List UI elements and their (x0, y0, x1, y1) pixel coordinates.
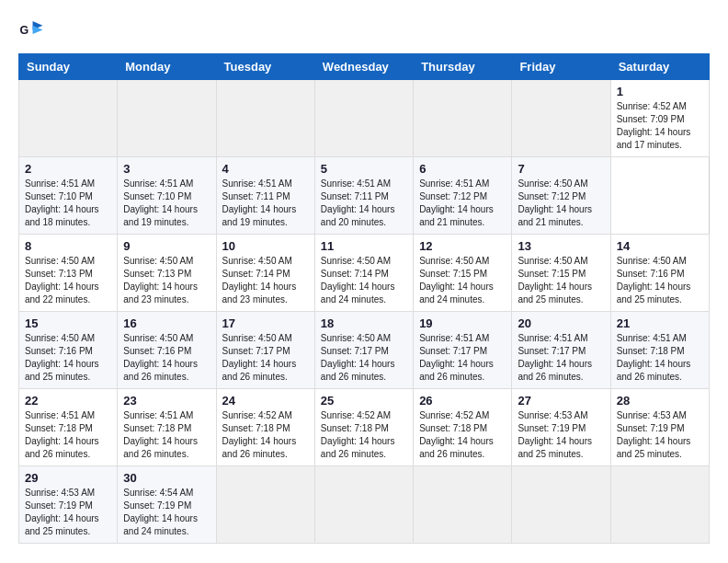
day-number: 3 (123, 162, 210, 176)
day-number: 19 (419, 316, 506, 330)
day-of-week-header: Sunday (19, 54, 118, 80)
day-number: 1 (617, 85, 703, 98)
sunset-label: Sunset: 7:16 PM (25, 346, 93, 356)
sunset-label: Sunset: 7:15 PM (419, 269, 487, 279)
daylight-label: Daylight: 14 hours and 26 minutes. (321, 436, 395, 459)
day-number: 15 (25, 316, 111, 330)
day-number: 16 (123, 316, 210, 330)
daylight-label: Daylight: 14 hours and 26 minutes. (123, 436, 198, 459)
cell-info: Sunrise: 4:50 AM Sunset: 7:12 PM Dayligh… (518, 178, 604, 229)
calendar-cell (610, 466, 709, 544)
sunrise-label: Sunrise: 4:53 AM (617, 410, 687, 420)
day-of-week-header: Tuesday (216, 54, 314, 80)
day-number: 23 (123, 394, 210, 408)
daylight-label: Daylight: 14 hours and 26 minutes. (419, 436, 494, 459)
cell-info: Sunrise: 4:51 AM Sunset: 7:11 PM Dayligh… (321, 178, 407, 229)
sunrise-label: Sunrise: 4:50 AM (222, 256, 292, 266)
calendar-cell: 24 Sunrise: 4:52 AM Sunset: 7:18 PM Dayl… (216, 389, 314, 466)
daylight-label: Daylight: 14 hours and 21 minutes. (518, 204, 592, 227)
daylight-label: Daylight: 14 hours and 18 minutes. (25, 204, 99, 227)
cell-info: Sunrise: 4:50 AM Sunset: 7:13 PM Dayligh… (25, 255, 111, 306)
day-of-week-header: Thursday (414, 54, 512, 80)
daylight-label: Daylight: 14 hours and 22 minutes. (25, 282, 99, 304)
daylight-label: Daylight: 14 hours and 26 minutes. (123, 359, 198, 382)
day-number: 2 (25, 162, 111, 176)
sunset-label: Sunset: 7:11 PM (222, 191, 290, 201)
sunset-label: Sunset: 7:19 PM (25, 500, 93, 511)
calendar-cell: 6 Sunrise: 4:51 AM Sunset: 7:12 PM Dayli… (414, 157, 512, 235)
sunrise-label: Sunrise: 4:51 AM (617, 333, 687, 343)
calendar-cell (314, 80, 413, 157)
daylight-label: Daylight: 14 hours and 26 minutes. (222, 436, 297, 459)
calendar-cell: 11 Sunrise: 4:50 AM Sunset: 7:14 PM Dayl… (314, 235, 413, 312)
cell-info: Sunrise: 4:51 AM Sunset: 7:10 PM Dayligh… (25, 178, 111, 229)
calendar-cell (314, 466, 413, 544)
daylight-label: Daylight: 14 hours and 25 minutes. (518, 282, 592, 304)
calendar-cell (512, 80, 610, 157)
calendar-cell (216, 466, 314, 544)
calendar-cell: 9 Sunrise: 4:50 AM Sunset: 7:13 PM Dayli… (118, 235, 216, 312)
daylight-label: Daylight: 14 hours and 26 minutes. (617, 359, 691, 382)
cell-info: Sunrise: 4:51 AM Sunset: 7:18 PM Dayligh… (617, 332, 703, 384)
logo: G (18, 18, 48, 44)
day-number: 5 (321, 162, 407, 176)
day-number: 25 (321, 394, 407, 408)
sunset-label: Sunset: 7:12 PM (419, 191, 487, 201)
daylight-label: Daylight: 14 hours and 25 minutes. (518, 436, 592, 459)
day-number: 21 (617, 316, 703, 330)
calendar-cell: 4 Sunrise: 4:51 AM Sunset: 7:11 PM Dayli… (216, 157, 314, 235)
calendar-cell: 3 Sunrise: 4:51 AM Sunset: 7:10 PM Dayli… (118, 157, 216, 235)
logo-icon: G (18, 18, 44, 44)
sunset-label: Sunset: 7:19 PM (617, 423, 685, 433)
calendar-cell (512, 466, 610, 544)
cell-info: Sunrise: 4:53 AM Sunset: 7:19 PM Dayligh… (518, 409, 604, 461)
sunset-label: Sunset: 7:09 PM (617, 114, 685, 124)
daylight-label: Daylight: 14 hours and 23 minutes. (123, 282, 198, 304)
sunset-label: Sunset: 7:19 PM (123, 500, 191, 511)
day-number: 10 (222, 239, 309, 253)
daylight-label: Daylight: 14 hours and 21 minutes. (419, 204, 494, 227)
sunrise-label: Sunrise: 4:51 AM (25, 178, 95, 189)
day-number: 9 (123, 239, 210, 253)
cell-info: Sunrise: 4:51 AM Sunset: 7:18 PM Dayligh… (123, 409, 210, 461)
calendar-cell: 20 Sunrise: 4:51 AM Sunset: 7:17 PM Dayl… (512, 312, 610, 389)
daylight-label: Daylight: 14 hours and 23 minutes. (222, 282, 297, 304)
sunset-label: Sunset: 7:10 PM (123, 191, 191, 201)
sunset-label: Sunset: 7:17 PM (222, 346, 290, 356)
calendar-cell: 22 Sunrise: 4:51 AM Sunset: 7:18 PM Dayl… (19, 389, 118, 466)
sunset-label: Sunset: 7:18 PM (123, 423, 191, 433)
sunrise-label: Sunrise: 4:53 AM (25, 488, 95, 498)
sunrise-label: Sunrise: 4:50 AM (518, 256, 587, 266)
sunset-label: Sunset: 7:17 PM (518, 346, 586, 356)
calendar-cell: 15 Sunrise: 4:50 AM Sunset: 7:16 PM Dayl… (19, 312, 118, 389)
calendar-cell: 23 Sunrise: 4:51 AM Sunset: 7:18 PM Dayl… (118, 389, 216, 466)
day-number: 8 (25, 239, 111, 253)
daylight-label: Daylight: 14 hours and 25 minutes. (617, 282, 691, 304)
daylight-label: Daylight: 14 hours and 25 minutes. (617, 436, 691, 459)
cell-info: Sunrise: 4:50 AM Sunset: 7:15 PM Dayligh… (518, 255, 604, 306)
sunset-label: Sunset: 7:14 PM (321, 269, 389, 279)
sunrise-label: Sunrise: 4:50 AM (25, 333, 95, 343)
cell-info: Sunrise: 4:50 AM Sunset: 7:16 PM Dayligh… (123, 332, 210, 384)
daylight-label: Daylight: 14 hours and 25 minutes. (25, 359, 99, 382)
day-of-week-header: Wednesday (314, 54, 413, 80)
sunset-label: Sunset: 7:12 PM (518, 191, 586, 201)
calendar-cell: 26 Sunrise: 4:52 AM Sunset: 7:18 PM Dayl… (414, 389, 512, 466)
sunset-label: Sunset: 7:10 PM (25, 191, 93, 201)
calendar-cell: 7 Sunrise: 4:50 AM Sunset: 7:12 PM Dayli… (512, 157, 610, 235)
cell-info: Sunrise: 4:52 AM Sunset: 7:18 PM Dayligh… (419, 409, 506, 461)
cell-info: Sunrise: 4:50 AM Sunset: 7:16 PM Dayligh… (25, 332, 111, 384)
cell-info: Sunrise: 4:54 AM Sunset: 7:19 PM Dayligh… (123, 487, 210, 538)
day-number: 13 (518, 239, 604, 253)
day-number: 14 (617, 239, 703, 253)
sunset-label: Sunset: 7:18 PM (617, 346, 685, 356)
daylight-label: Daylight: 14 hours and 26 minutes. (419, 359, 494, 382)
sunrise-label: Sunrise: 4:51 AM (321, 178, 391, 189)
daylight-label: Daylight: 14 hours and 24 minutes. (321, 282, 395, 304)
sunrise-label: Sunrise: 4:50 AM (617, 256, 687, 266)
daylight-label: Daylight: 14 hours and 26 minutes. (222, 359, 297, 382)
day-number: 18 (321, 316, 407, 330)
calendar-cell: 2 Sunrise: 4:51 AM Sunset: 7:10 PM Dayli… (19, 157, 118, 235)
day-of-week-header: Monday (118, 54, 216, 80)
cell-info: Sunrise: 4:50 AM Sunset: 7:17 PM Dayligh… (222, 332, 309, 384)
